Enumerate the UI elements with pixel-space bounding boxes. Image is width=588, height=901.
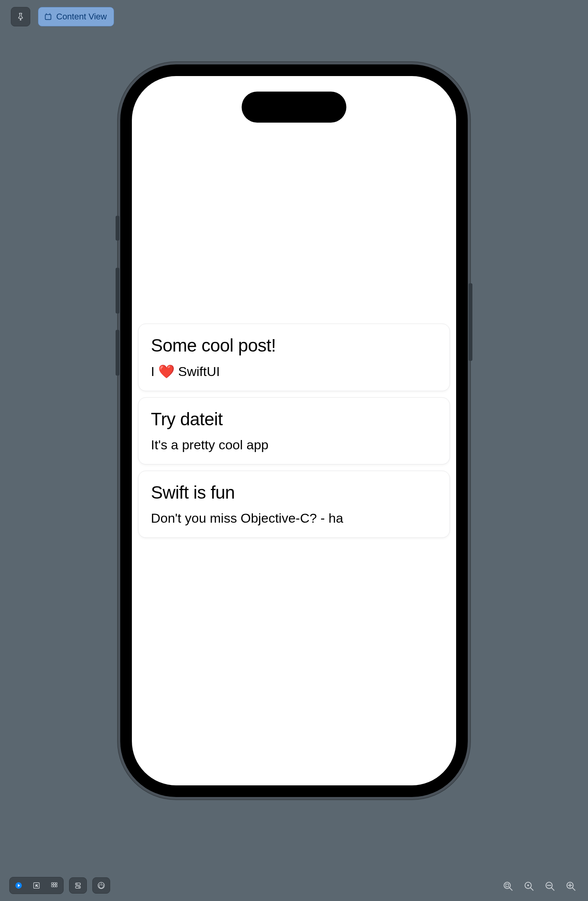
svg-rect-11	[76, 883, 81, 885]
svg-rect-6	[54, 883, 55, 885]
dynamic-island	[242, 92, 346, 123]
svg-rect-9	[54, 885, 55, 887]
post-card[interactable]: Swift is fun Don't you miss Objective-C?…	[138, 471, 450, 538]
play-circle-icon	[14, 881, 23, 890]
live-preview-button[interactable]	[10, 877, 28, 894]
svg-point-13	[76, 884, 78, 885]
grid-icon	[50, 881, 59, 890]
svg-rect-8	[52, 885, 54, 887]
svg-rect-12	[76, 886, 81, 889]
svg-rect-5	[52, 883, 54, 885]
svg-line-18	[510, 888, 512, 891]
svg-line-21	[531, 888, 533, 891]
post-card[interactable]: Some cool post! I ❤️ SwiftUI	[138, 324, 450, 391]
device-frame: Some cool post! I ❤️ SwiftUI Try dateit …	[118, 62, 470, 799]
device-volume-down	[116, 330, 119, 376]
zoom-actual-icon	[524, 881, 534, 892]
bottom-toolbar	[9, 877, 110, 894]
post-card[interactable]: Try dateit It's a pretty cool app	[138, 397, 450, 464]
zoom-actual-button[interactable]	[521, 878, 537, 894]
preview-mode-group	[9, 877, 64, 894]
preview-on-device-button[interactable]	[92, 877, 110, 894]
svg-line-27	[572, 888, 575, 891]
device-settings-button[interactable]	[69, 877, 87, 894]
device-screen: Some cool post! I ❤️ SwiftUI Try dateit …	[132, 76, 456, 785]
post-body: Don't you miss Objective-C? - ha	[151, 511, 437, 526]
zoom-out-button[interactable]	[542, 878, 558, 894]
zoom-in-icon	[566, 881, 576, 892]
variants-button[interactable]	[45, 877, 63, 894]
svg-line-24	[552, 888, 554, 891]
zoom-out-fit-button[interactable]	[500, 878, 516, 894]
svg-point-22	[527, 884, 529, 886]
zoom-toolbar	[500, 878, 579, 894]
svg-rect-7	[56, 883, 57, 885]
post-title: Try dateit	[151, 409, 437, 430]
device-power-button	[469, 283, 472, 361]
zoom-in-button[interactable]	[563, 878, 579, 894]
svg-rect-19	[506, 884, 508, 887]
post-list: Some cool post! I ❤️ SwiftUI Try dateit …	[138, 324, 450, 538]
svg-point-14	[78, 887, 80, 888]
device-settings-icon	[74, 881, 82, 890]
post-body: I ❤️ SwiftUI	[151, 364, 437, 379]
canvas-area: Some cool post! I ❤️ SwiftUI Try dateit …	[0, 0, 588, 901]
post-title: Swift is fun	[151, 482, 437, 503]
selectable-preview-button[interactable]	[28, 877, 45, 894]
zoom-out-icon	[545, 881, 555, 892]
svg-rect-10	[56, 885, 57, 887]
cursor-rect-icon	[32, 881, 41, 890]
device-volume-up	[116, 268, 119, 314]
post-body: It's a pretty cool app	[151, 437, 437, 452]
post-title: Some cool post!	[151, 335, 437, 356]
zoom-out-fit-icon	[503, 881, 514, 892]
device-mute-switch	[116, 216, 119, 241]
power-circle-icon	[97, 881, 105, 890]
